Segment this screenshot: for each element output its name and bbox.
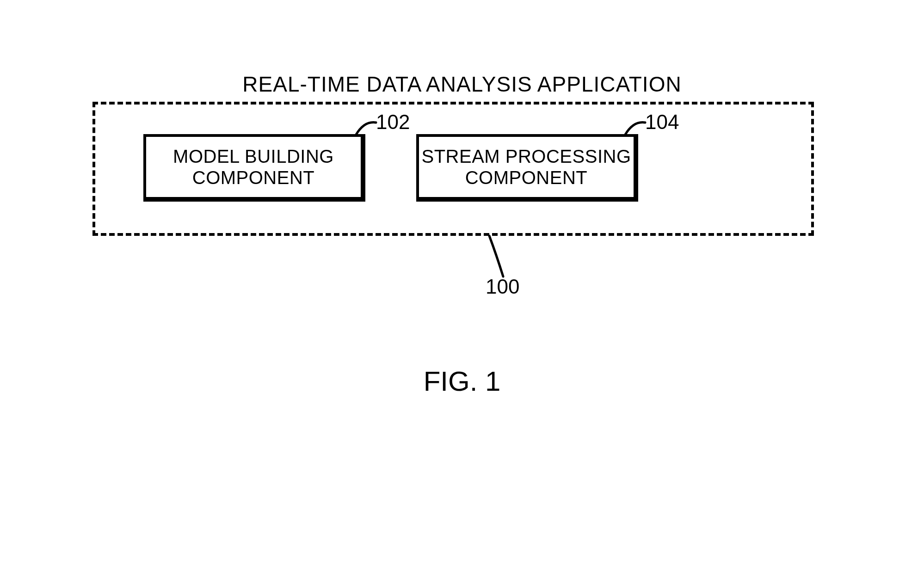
ref-number-100: 100 xyxy=(486,275,519,298)
leader-line-104 xyxy=(620,117,647,135)
diagram-title: REAL-TIME DATA ANALYSIS APPLICATION xyxy=(0,72,924,97)
figure-caption: FIG. 1 xyxy=(0,365,924,397)
stream-processing-block: STREAM PROCESSING COMPONENT xyxy=(416,134,638,202)
stream-processing-label: STREAM PROCESSING COMPONENT xyxy=(419,137,634,197)
model-building-label: MODEL BUILDING COMPONENT xyxy=(146,137,361,197)
leader-line-102 xyxy=(351,117,378,135)
model-building-block: MODEL BUILDING COMPONENT xyxy=(143,134,365,202)
ref-number-102: 102 xyxy=(376,111,410,134)
figure-canvas: REAL-TIME DATA ANALYSIS APPLICATION MODE… xyxy=(0,0,924,566)
ref-number-104: 104 xyxy=(645,111,679,134)
leader-line-100 xyxy=(489,236,517,277)
